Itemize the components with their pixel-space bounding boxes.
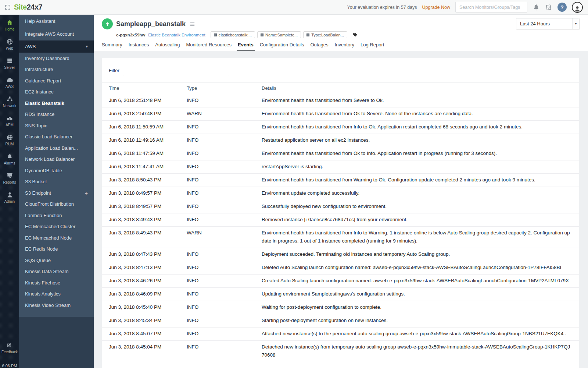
event-type: INFO (187, 134, 262, 147)
main-area: Sampleapp_beanstalk Last 24 Hours ▾ e-pq… (94, 15, 588, 368)
sidebar-item-rds-instance[interactable]: RDS Instance (19, 109, 94, 120)
expand-icon[interactable] (4, 4, 11, 11)
event-details: Environment health has transitioned from… (262, 94, 573, 107)
event-type: WARN (187, 107, 262, 120)
sidebar-item-label: Lambda Function (25, 213, 62, 218)
sidebar-item-kinesis-data-stream[interactable]: Kinesis Data Stream (19, 266, 94, 277)
sidebar-item-application-load-balan[interactable]: Application Load Balan... (19, 142, 94, 154)
event-type: INFO (187, 314, 262, 327)
sidebar-item-network-load-balancer[interactable]: Network Load Balancer (19, 154, 94, 165)
upgrade-now-link[interactable]: Upgrade Now (422, 5, 450, 10)
sidebar-item-sns-topic[interactable]: SNS Topic (19, 120, 94, 131)
tag-chip[interactable]: elasticbeanstalk:... (211, 31, 255, 38)
tab-instances[interactable]: Instances (129, 42, 149, 51)
table-row: Jun 3, 2018 8:49:43 PMINFORemoved instan… (102, 213, 579, 227)
rail-item-server[interactable]: Server (0, 53, 19, 72)
event-time: Jun 6, 2018 2:50:48 PM (109, 107, 187, 120)
tag-icon[interactable] (352, 32, 358, 38)
sidebar-item-guidance-report[interactable]: Guidance Report (19, 75, 94, 86)
bell-icon[interactable] (533, 4, 540, 11)
help-icon[interactable]: ? (557, 3, 567, 12)
event-details: Attached new instance(s) to the permanen… (262, 328, 573, 340)
rail-item-network[interactable]: Network (0, 91, 19, 110)
rail-item-aws[interactable]: AWS (0, 72, 19, 91)
rail-item-admin[interactable]: Admin (0, 187, 19, 206)
sidebar-item-sqs-queue[interactable]: SQS Queue (19, 255, 94, 266)
tab-autoscaling[interactable]: Autoscaling (155, 42, 180, 51)
sidebar-item-integrate-aws-account[interactable]: Integrate AWS Account (19, 28, 94, 40)
tag-chip[interactable]: Type:LoadBalan... (303, 31, 347, 38)
sidebar-item-kinesis-video-stream[interactable]: Kinesis Video Stream (19, 300, 94, 311)
table-row: Jun 3, 2018 8:45:07 PMINFOAttached new i… (102, 328, 579, 341)
sidebar-item-lambda-function[interactable]: Lambda Function (19, 210, 94, 221)
event-details: Deployment succeeded. Terminating old in… (262, 248, 573, 261)
tab-inventory[interactable]: Inventory (335, 42, 354, 51)
event-type: INFO (187, 328, 262, 340)
sidebar-section-aws[interactable]: AWS ▾ (19, 40, 94, 53)
plus-icon[interactable]: + (85, 190, 88, 196)
sidebar-item-dynamodb-table[interactable]: DynamoDB Table (19, 165, 94, 176)
tab-outages[interactable]: Outages (310, 42, 328, 51)
monitor-type-link[interactable]: Elastic Beanstalk Environment (148, 33, 205, 37)
tab-summary[interactable]: Summary (102, 42, 122, 51)
tag-chip[interactable]: Name:Samplete... (257, 31, 301, 38)
sidebar-item-ec-memcached-node[interactable]: EC Memcached Node (19, 232, 94, 244)
tab-log-report[interactable]: Log Report (361, 42, 384, 51)
rail-item-alarms[interactable]: Alarms (0, 149, 19, 168)
sidebar-item-elastic-beanstalk[interactable]: Elastic Beanstalk (19, 98, 94, 109)
sidebar-item-label: Guidance Report (25, 78, 61, 84)
rail-item-home[interactable]: Home (0, 15, 19, 34)
tasks-icon[interactable] (545, 4, 552, 11)
event-type: INFO (187, 94, 262, 107)
column-header-time: Time (109, 82, 187, 94)
server-icon (6, 57, 13, 64)
event-details: Environment health has transitioned from… (262, 107, 573, 120)
apm-icon (6, 115, 13, 122)
rail-item-apm[interactable]: APM (0, 110, 19, 130)
menu-icon[interactable] (189, 21, 196, 27)
monitor-id: e-pqxn3x59hw (116, 33, 145, 37)
rail-item-label: Network (3, 104, 17, 108)
event-details: Detached new instance(s) from temporary … (262, 341, 573, 362)
table-row: Jun 3, 2018 8:45:40 PMINFOWaiting for po… (102, 301, 579, 314)
tab-monitored-resources[interactable]: Monitored Resources (186, 42, 232, 51)
avatar[interactable] (572, 2, 583, 13)
time-range-select[interactable]: Last 24 Hours ▾ (516, 18, 579, 29)
sidebar-item-ec2-instance[interactable]: EC2 Instance (19, 86, 94, 98)
filter-row: Filter (102, 65, 579, 76)
sidebar-item-ec-memcached-cluster[interactable]: EC Memcached Cluster (19, 221, 94, 233)
aws-icon (6, 77, 13, 84)
sidebar-item-label: DynamoDB Table (25, 168, 62, 173)
event-details: Environment health has transitioned from… (262, 147, 573, 160)
rail-item-rum[interactable]: RUM (0, 130, 19, 149)
filter-input[interactable] (123, 65, 229, 76)
table-row: Jun 3, 2018 8:50:43 PMINFOEnvironment he… (102, 174, 579, 187)
feedback-button[interactable]: Feedback (1, 342, 18, 354)
search-input[interactable] (455, 2, 527, 13)
app-root: Site24x7 Your evaluation expires in 57 d… (0, 0, 588, 368)
dropdown-arrow-icon: ▾ (573, 18, 579, 29)
tab-events[interactable]: Events (238, 42, 254, 51)
sidebar-item-help-assistant[interactable]: Help Assistant (19, 15, 94, 28)
event-type: WARN (187, 227, 262, 248)
table-body: Jun 6, 2018 2:51:48 PMINFOEnvironment he… (102, 94, 579, 362)
tab-configuration-details[interactable]: Configuration Details (260, 42, 304, 51)
sidebar-item-infrastructure[interactable]: Infrastructure (19, 64, 94, 75)
rail-item-reports[interactable]: Reports (0, 168, 19, 187)
sidebar-item-s3-bucket[interactable]: S3 Bucket (19, 176, 94, 188)
sidebar-item-inventory-dashboard[interactable]: Inventory Dashboard (19, 53, 94, 64)
sidebar-item-kinesis-analytics[interactable]: Kinesis Analytics (19, 289, 94, 300)
rail-item-web[interactable]: Web (0, 34, 19, 53)
table-row: Jun 3, 2018 8:46:26 PMINFOCreated Auto S… (102, 275, 579, 288)
event-time: Jun 3, 2018 8:50:43 PM (109, 174, 187, 187)
event-time: Jun 6, 2018 2:51:48 PM (109, 94, 187, 107)
meta-row: e-pqxn3x59hw Elastic Beanstalk Environme… (116, 31, 588, 38)
sidebar-item-cloudfront-distribution[interactable]: CloudFront Distribution (19, 199, 94, 210)
event-details: Waiting for post-deployment configuratio… (262, 301, 573, 314)
sidebar-item-classic-load-balancer[interactable]: Classic Load Balancer (19, 131, 94, 143)
time-range-value: Last 24 Hours (520, 21, 550, 26)
tag-chips: elasticbeanstalk:...Name:Samplete...Type… (211, 31, 347, 38)
sidebar-item-s3-endpoint[interactable]: S3 Endpoint+ (19, 187, 94, 199)
sidebar-item-ec-redis-node[interactable]: EC Redis Node (19, 244, 94, 255)
sidebar-item-kinesis-firehose[interactable]: Kinesis Firehose (19, 277, 94, 289)
